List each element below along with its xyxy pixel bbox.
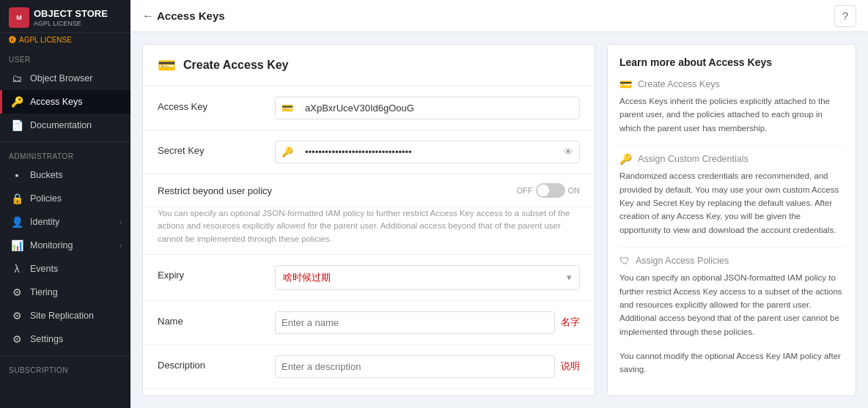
- comments-row: Comments 备注: [143, 389, 595, 396]
- sidebar-item-settings[interactable]: ⚙ Settings: [0, 327, 130, 351]
- restrict-policy-row: Restrict beyond user policy OFF ON: [143, 174, 595, 207]
- back-button[interactable]: ← Access Keys: [142, 10, 225, 23]
- access-keys-icon: 🔑: [11, 96, 23, 108]
- expiry-dropdown[interactable]: 啥时候过期 ▾: [275, 265, 580, 290]
- settings-icon: ⚙: [11, 333, 23, 345]
- create-keys-icon: 💳: [619, 78, 632, 90]
- policy-description: You can specify an optional JSON-formatt…: [143, 207, 595, 255]
- question-mark-icon: ?: [842, 10, 848, 22]
- restrict-label: Restrict beyond user policy: [158, 185, 272, 196]
- minio-logo-icon: M: [9, 7, 29, 28]
- monitoring-icon: 📊: [11, 240, 23, 251]
- tiering-icon: ⚙: [11, 286, 23, 298]
- policies-section-icon: 🛡: [619, 255, 630, 267]
- sidebar-item-documentation[interactable]: 📄 Documentation: [0, 114, 130, 137]
- buckets-icon: ▪: [11, 169, 23, 181]
- credentials-body: Randomized access credentials are recomm…: [619, 169, 844, 237]
- sidebar-item-events[interactable]: λ Events: [0, 257, 130, 281]
- name-label: Name: [158, 311, 275, 327]
- back-arrow-icon: ←: [142, 10, 154, 23]
- access-key-input[interactable]: [299, 97, 579, 119]
- sidebar-item-policies[interactable]: 🔒 Policies: [0, 187, 130, 210]
- sidebar-item-identity[interactable]: 👤 Identity ›: [0, 210, 130, 234]
- user-section-label: User: [0, 50, 130, 67]
- logo-text: OBJECT STORE: [34, 8, 108, 20]
- sidebar-item-tiering[interactable]: ⚙ Tiering: [0, 281, 130, 304]
- page-title: Access Keys: [157, 10, 225, 22]
- access-key-control: 💳: [275, 97, 580, 119]
- toggle-knob: [537, 185, 549, 196]
- expiry-chevron-icon: ▾: [567, 272, 572, 283]
- description-control: 说明: [275, 355, 580, 378]
- secret-key-input[interactable]: [299, 141, 558, 163]
- identity-icon: 👤: [11, 216, 23, 228]
- restrict-toggle[interactable]: [536, 183, 565, 198]
- access-key-prefix-icon: 💳: [276, 103, 299, 114]
- sidebar-item-object-browser[interactable]: 🗂 Object Browser: [0, 67, 130, 90]
- form-body: Access Key 💳 Secret Key 🔑: [143, 86, 595, 396]
- toggle-off-label: OFF: [517, 186, 533, 195]
- main-area: ← Access Keys ? 💳 Create Access Key Acce…: [130, 0, 868, 408]
- description-row: Description 说明: [143, 345, 595, 389]
- sidebar-item-buckets[interactable]: ▪ Buckets: [0, 163, 130, 187]
- name-input[interactable]: [275, 311, 555, 334]
- sidebar-logo: M OBJECT STORE AGPL LICENSE: [0, 0, 130, 33]
- expiry-text: 啥时候过期: [283, 271, 567, 284]
- access-key-input-wrapper: 💳: [275, 97, 580, 119]
- help-button[interactable]: ?: [834, 5, 856, 27]
- name-control: 名字: [275, 311, 580, 334]
- sidebar-item-site-replication[interactable]: ⚙ Site Replication: [0, 304, 130, 327]
- info-section-create: 💳 Create Access Keys Access Keys inherit…: [619, 78, 844, 135]
- create-keys-title: Create Access Keys: [638, 79, 720, 89]
- form-header: 💳 Create Access Key: [143, 45, 595, 86]
- monitoring-chevron-icon: ›: [119, 242, 122, 250]
- description-input[interactable]: [275, 355, 555, 378]
- eye-icon[interactable]: 👁: [558, 146, 579, 157]
- identity-chevron-icon: ›: [119, 218, 122, 226]
- info-title: Learn more about Access Keys: [619, 56, 844, 68]
- secret-key-row: Secret Key 🔑 👁: [143, 130, 595, 174]
- policies-icon: 🔒: [11, 193, 23, 204]
- site-replication-icon: ⚙: [11, 310, 23, 322]
- credentials-title: Assign Custom Credentials: [638, 154, 749, 164]
- name-cn-text: 名字: [561, 316, 580, 329]
- form-header-icon: 💳: [158, 56, 176, 74]
- secret-key-prefix-icon: 🔑: [276, 146, 299, 157]
- policies-body1: You can specify an optional JSON-formatt…: [619, 271, 844, 338]
- expiry-row: Expiry 啥时候过期 ▾: [143, 255, 595, 301]
- sidebar-item-access-keys[interactable]: 🔑 Access Keys: [0, 90, 130, 114]
- toggle-on-label: ON: [568, 186, 581, 195]
- subscription-section-label: Subscription: [0, 360, 130, 377]
- events-icon: λ: [11, 263, 23, 275]
- content-area: 💳 Create Access Key Access Key 💳: [130, 32, 868, 408]
- secret-key-control: 🔑 👁: [275, 141, 580, 163]
- description-cn-text: 说明: [561, 360, 580, 373]
- expiry-control: 啥时候过期 ▾: [275, 265, 580, 290]
- access-key-label: Access Key: [158, 97, 275, 112]
- secret-key-label: Secret Key: [158, 141, 275, 156]
- credentials-icon: 🔑: [619, 153, 632, 165]
- admin-section-label: Administrator: [0, 146, 130, 163]
- access-key-row: Access Key 💳: [143, 86, 595, 130]
- info-section-credentials: 🔑 Assign Custom Credentials Randomized a…: [619, 153, 844, 237]
- sidebar-item-monitoring[interactable]: 📊 Monitoring ›: [0, 234, 130, 257]
- policies-section-title: Assign Access Policies: [636, 256, 729, 266]
- form-title: Create Access Key: [183, 59, 289, 72]
- expiry-label: Expiry: [158, 265, 275, 281]
- topbar: ← Access Keys ?: [130, 0, 868, 32]
- secret-key-input-wrapper: 🔑 👁: [275, 141, 580, 163]
- info-panel: Learn more about Access Keys 💳 Create Ac…: [607, 44, 856, 396]
- description-label: Description: [158, 355, 275, 371]
- sidebar: M OBJECT STORE AGPL LICENSE 🅐AGPL LICENS…: [0, 0, 130, 408]
- object-browser-icon: 🗂: [11, 73, 23, 84]
- name-row: Name 名字: [143, 301, 595, 345]
- logo-sub: AGPL LICENSE: [34, 20, 108, 27]
- info-section-policies: 🛡 Assign Access Policies You can specify…: [619, 255, 844, 377]
- documentation-icon: 📄: [11, 119, 23, 131]
- form-panel: 💳 Create Access Key Access Key 💳: [142, 44, 595, 396]
- policies-body2: You cannot modify the optional Access Ke…: [619, 349, 844, 377]
- license-badge: 🅐AGPL LICENSE: [0, 33, 130, 50]
- create-keys-body: Access Keys inherit the policies explici…: [619, 94, 844, 135]
